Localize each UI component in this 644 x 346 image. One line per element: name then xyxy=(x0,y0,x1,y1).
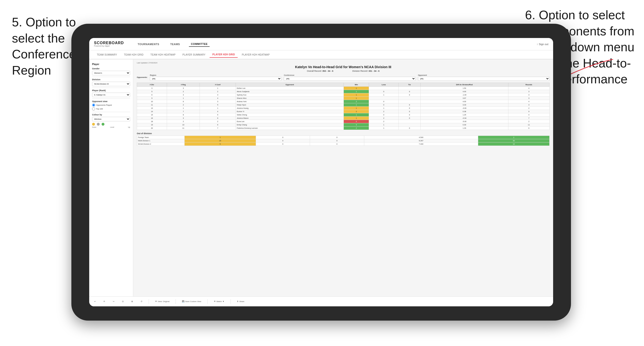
ood-table-row: Foreign Team 1 0 0 4.500 2 xyxy=(137,136,550,139)
eye-icon: 👁 xyxy=(155,300,157,303)
main-content: Player Gender Women's Division NCAA Divi… xyxy=(89,59,553,296)
toolbar-sep-4 xyxy=(230,299,231,304)
cell-div: 5 xyxy=(137,90,167,93)
cell-div: 14 xyxy=(137,110,167,113)
share-btn[interactable]: ⬆ Share xyxy=(236,300,246,303)
cell-win: 1 xyxy=(344,113,369,117)
table-row: 9 1 4 Sharon Mun 1 3.67 3 xyxy=(137,97,550,100)
cell-win: 1 xyxy=(344,87,369,90)
sidebar-player-rank-select[interactable]: 8. Katelyn Vo xyxy=(92,93,130,97)
sidebar-division-select[interactable]: NCAA Division III xyxy=(92,82,130,86)
cell-opponent: Sydney Kuo xyxy=(236,93,344,97)
cell-diff: 4.00 xyxy=(420,90,508,93)
cell-opponent: Euna Lee xyxy=(236,120,344,123)
cell-reg: 3 xyxy=(167,87,200,90)
sidebar-colour-by-select[interactable]: Win/loss xyxy=(92,117,130,121)
cell-div: 19 xyxy=(137,123,167,127)
sidebar-radio-opponents-played[interactable]: Opponents Played xyxy=(92,104,130,107)
save-custom-view-btn[interactable]: 💾 Save Custom View xyxy=(180,300,202,303)
cell-rounds: 4 xyxy=(508,113,550,117)
cell-conf: 4 xyxy=(200,97,236,100)
cell-loss: 0 xyxy=(369,113,398,117)
table-row: 16 3 6 Jessica Mason 1 2 0 -0.94 7 xyxy=(137,117,550,120)
table-row: 10 6 3 Andrea York 2 0 4.00 4 xyxy=(137,100,550,103)
nav-committee[interactable]: COMMITTEE xyxy=(189,41,210,47)
cell-div: 13 xyxy=(137,107,167,110)
cell-rounds: 4 xyxy=(508,100,550,103)
nav-teams[interactable]: TEAMS xyxy=(168,42,182,46)
sidebar-player-section: Player Gender Women's Division NCAA Divi… xyxy=(92,63,130,128)
opponent-select[interactable]: (All) xyxy=(418,77,550,81)
table-row: 6 3 3 Sydney Kuo 1 1 0 -1.00 3 xyxy=(137,93,550,97)
copy-btn[interactable]: ⊡ xyxy=(120,300,125,303)
tablet-frame: SCOREBOARD Powered by clippd TOURNAMENTS… xyxy=(71,24,571,321)
col-win: Win xyxy=(344,83,369,87)
paste-btn[interactable]: ⊞ xyxy=(130,300,134,303)
sub-nav-team-h2h-grid[interactable]: TEAM H2H GRID xyxy=(121,52,146,57)
out-of-division-table: Foreign Team 1 0 0 4.500 2 NAIA Division… xyxy=(137,136,550,146)
redo-btn[interactable]: ↪ xyxy=(111,300,116,303)
cell-opponent: Heejo Hyun xyxy=(236,103,344,107)
redo-step-btn[interactable]: ⟳ xyxy=(102,300,106,303)
cell-reg: 11 xyxy=(167,127,200,130)
ood-cell-tie: 0 xyxy=(310,136,364,139)
cell-rounds: 3 xyxy=(508,103,550,107)
sidebar-division-label: Division xyxy=(92,78,130,81)
sidebar-player-title: Player xyxy=(92,63,130,66)
cell-opponent: Jessica Huang xyxy=(236,107,344,110)
sidebar-opponent-view-label: Opponent view xyxy=(92,100,130,103)
sidebar-gender-label: Gender xyxy=(92,67,130,70)
ood-cell-loss: 0 xyxy=(256,143,310,146)
cell-tie xyxy=(398,123,420,127)
cell-rounds: 7 xyxy=(508,117,550,120)
table-row: 14 7 4 Eunice Yi 2 2 0 0.38 9 xyxy=(137,110,550,113)
view-original-btn[interactable]: 👁 View: Original xyxy=(154,300,171,303)
cell-tie xyxy=(398,87,420,90)
cell-loss: 0 xyxy=(369,100,398,103)
cell-div: 15 xyxy=(137,113,167,117)
cell-diff: -3.00 xyxy=(420,107,508,110)
col-loss: Loss xyxy=(369,83,398,87)
save-icon: 💾 xyxy=(182,300,184,303)
region-select[interactable]: (All) xyxy=(150,77,282,81)
cell-reg: 1 xyxy=(167,97,200,100)
cell-loss xyxy=(369,97,398,100)
sidebar-gender-select[interactable]: Women's xyxy=(92,71,130,75)
cell-loss: 1 xyxy=(369,123,398,127)
sub-nav-player-summary[interactable]: PLAYER SUMMARY xyxy=(180,52,208,57)
watch-btn[interactable]: 👁 Watch ▼ xyxy=(212,300,226,303)
cell-div: 3 xyxy=(137,87,167,90)
sub-nav-player-h2h-heatmap[interactable]: PLAYER H2H HEATMAP xyxy=(239,52,272,57)
ood-cell-win: 1 xyxy=(184,136,256,139)
sub-nav-team-summary[interactable]: TEAM SUMMARY xyxy=(94,52,120,57)
conference-select[interactable]: (All) xyxy=(284,77,416,81)
cell-diff: 1.25 xyxy=(420,113,508,117)
undo-btn[interactable]: ↩ xyxy=(93,300,97,303)
time-btn[interactable]: ⏱ xyxy=(139,300,144,303)
sidebar-radio-top100[interactable]: Top 100 xyxy=(92,107,130,110)
cell-rounds: 3 xyxy=(508,97,550,100)
sub-nav-player-h2h-grid[interactable]: PLAYER H2H GRID xyxy=(210,52,238,58)
logo-text: SCOREBOARD xyxy=(94,41,124,45)
cell-div: 11 xyxy=(137,103,167,107)
cell-opponent: Sharon Mun xyxy=(236,97,344,100)
opponent-label: Opponent xyxy=(418,74,550,76)
table-row: 20 11 7 Federica Domecq Lacroze 2 1 0 1.… xyxy=(137,127,550,130)
nav-sign-out[interactable]: ↑ Sign out xyxy=(537,43,548,46)
filter-group-conference: Conference (All) xyxy=(284,74,416,81)
cell-tie xyxy=(398,97,420,100)
sub-nav-team-h2h-heatmap[interactable]: TEAM H2H HEATMAP xyxy=(148,52,178,57)
table-row: 3 3 1 Esther Lee 1 1.50 4 xyxy=(137,87,550,90)
cell-reg: 2 xyxy=(167,120,200,123)
dot-yellow xyxy=(92,123,95,126)
cell-conf: 6 xyxy=(200,117,236,120)
conference-label: Conference xyxy=(284,74,416,76)
legend-down: Down xyxy=(92,126,96,128)
ood-cell-diff: 7.400 xyxy=(364,143,478,146)
nav-tournaments[interactable]: TOURNAMENTS xyxy=(136,42,161,46)
ood-table-row: NAIA Division 1 15 0 0 9.267 30 xyxy=(137,139,550,143)
cell-conf: 6 xyxy=(200,123,236,127)
cell-tie: 0 xyxy=(398,107,420,110)
ood-cell-rounds: 2 xyxy=(478,136,550,139)
center-content: Last Updated: 27/03/2024 Katelyn Vo Head… xyxy=(133,59,553,296)
